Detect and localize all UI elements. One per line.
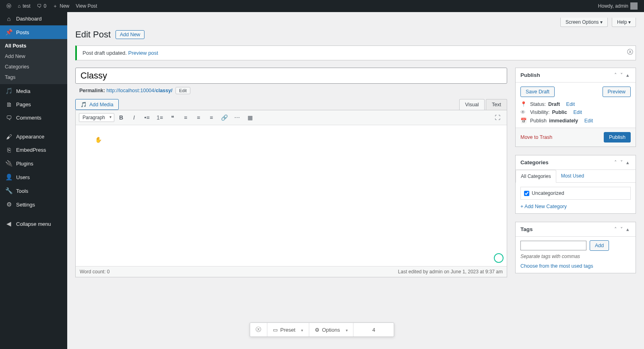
comments-icon: 🗨 [5,114,13,121]
notice-text: Post draft updated. [83,50,127,56]
home-icon: ⌂ [18,3,21,9]
quote-button[interactable]: ❝ [167,112,179,123]
submenu-tags[interactable]: Tags [0,72,67,83]
calendar-icon: 📅 [520,118,528,124]
publish-heading: Publish [520,72,613,78]
link-button[interactable]: 🔗 [218,112,230,123]
avatar [630,2,638,10]
embed-icon: ⎘ [5,147,13,153]
submenu-all-posts[interactable]: All Posts [0,41,67,51]
box-toggle-button[interactable]: ▴ [625,159,631,165]
tab-text[interactable]: Text [486,99,507,110]
add-tag-button[interactable]: Add [590,240,609,251]
media-icon: 🎵 [5,87,13,95]
menu-settings[interactable]: ⚙Settings [0,198,67,211]
dismiss-notice-button[interactable]: ⓧ [627,48,633,56]
align-center-button[interactable]: ≡ [192,112,204,123]
menu-dashboard[interactable]: ⌂Dashboard [0,12,67,25]
permalink-url[interactable]: http://localhost:10004/classy/ [106,88,172,93]
page-icon: 🗎 [5,101,13,108]
tab-all-categories[interactable]: All Categories [516,170,556,183]
user-icon: 👤 [5,173,13,181]
menu-plugins[interactable]: 🔌Plugins [0,157,67,170]
add-category-link[interactable]: + Add New Category [520,204,631,209]
menu-tools[interactable]: 🔧Tools [0,184,67,198]
edit-slug-button[interactable]: Edit [175,87,190,94]
category-checkbox[interactable] [524,191,529,196]
menu-embedpress[interactable]: ⎘EmbedPress [0,143,67,157]
tab-visual[interactable]: Visual [459,99,485,110]
toolbar-toggle-button[interactable]: ▦ [244,112,256,123]
number-list-button[interactable]: 1≡ [154,112,166,123]
menu-media[interactable]: 🎵Media [0,84,67,98]
menu-comments[interactable]: 🗨Comments [0,111,67,124]
box-down-button[interactable]: ˅ [619,72,625,78]
fullscreen-button[interactable]: ⛶ [491,112,504,123]
align-left-button[interactable]: ≡ [180,112,192,123]
grammarly-icon[interactable] [494,253,504,263]
category-list: Uncategorized [520,187,631,200]
submenu-add-new[interactable]: Add New [0,51,67,62]
tool-icon: 🔧 [5,187,13,194]
choose-tags-link[interactable]: Choose from the most used tags [520,263,631,269]
bold-button[interactable]: B [115,112,127,123]
submenu-categories[interactable]: Categories [0,62,67,72]
menu-pages[interactable]: 🗎Pages [0,98,67,111]
posts-submenu: All Posts Add New Categories Tags [0,39,67,84]
box-down-button[interactable]: ˅ [619,159,625,165]
format-select[interactable]: Paragraph [79,113,114,122]
site-link[interactable]: ⌂test [14,0,34,12]
wordpress-icon: ⓦ [6,3,11,10]
box-up-button[interactable]: ˄ [613,226,619,232]
plugin-icon: 🔌 [5,160,13,167]
tags-heading: Tags [520,226,613,232]
toolbar: Paragraph B I •≡ 1≡ ❝ ≡ ≡ ≡ 🔗 ⋯ ▦ ⛶ [76,110,507,125]
admin-bar: ⓦ ⌂test 🗨0 ＋New View Post Howdy, admin [0,0,644,12]
status-icon: 📍 [520,101,528,107]
align-right-button[interactable]: ≡ [205,112,217,123]
preview-button[interactable]: Preview [603,87,631,97]
site-name: test [23,3,30,9]
box-toggle-button[interactable]: ▴ [625,72,631,78]
preview-post-link[interactable]: Preview post [128,50,158,56]
collapse-icon: ◀ [5,220,13,227]
menu-collapse[interactable]: ◀Collapse menu [0,217,67,231]
comments-link[interactable]: 🗨0 [34,0,50,12]
help-tab[interactable]: Help [612,18,636,27]
screen-options-tab[interactable]: Screen Options [560,18,608,27]
trash-link[interactable]: Move to Trash [520,134,552,140]
cursor-icon: ✋ [95,136,102,143]
page-title: Edit Post [75,29,111,40]
pin-icon: 📌 [5,29,13,36]
tags-box: Tags ˄ ˅ ▴ Add Separate tags with commas… [515,222,636,273]
save-draft-button[interactable]: Save Draft [520,87,555,97]
menu-posts[interactable]: 📌Posts [0,25,67,39]
edit-visibility-link[interactable]: Edit [573,109,582,115]
box-down-button[interactable]: ˅ [619,226,625,232]
wp-logo[interactable]: ⓦ [3,0,14,12]
settings-icon: ⚙ [5,201,13,208]
post-title-input[interactable] [75,68,507,84]
more-button[interactable]: ⋯ [231,112,243,123]
bullet-list-button[interactable]: •≡ [141,112,153,123]
howdy-link[interactable]: Howdy, admin [595,0,641,12]
media-icon: 🎵 [80,101,87,107]
menu-appearance[interactable]: 🖌Appearance [0,130,67,143]
category-item[interactable]: Uncategorized [524,190,627,196]
tags-input[interactable] [520,241,586,250]
menu-users[interactable]: 👤Users [0,170,67,184]
box-up-button[interactable]: ˄ [613,72,619,78]
edit-status-link[interactable]: Edit [566,101,575,107]
tab-most-used[interactable]: Most Used [556,170,589,182]
italic-button[interactable]: I [128,112,140,123]
add-new-button[interactable]: Add New [116,30,145,39]
new-link[interactable]: ＋New [50,0,72,12]
box-toggle-button[interactable]: ▴ [625,226,631,232]
add-media-button[interactable]: 🎵Add Media [75,99,119,110]
publish-button[interactable]: Publish [604,132,631,142]
box-up-button[interactable]: ˄ [613,159,619,165]
editor-content[interactable]: ✋ [76,125,507,266]
view-post-link[interactable]: View Post [72,0,100,12]
edit-schedule-link[interactable]: Edit [584,118,593,124]
tags-hint: Separate tags with commas [520,254,631,259]
